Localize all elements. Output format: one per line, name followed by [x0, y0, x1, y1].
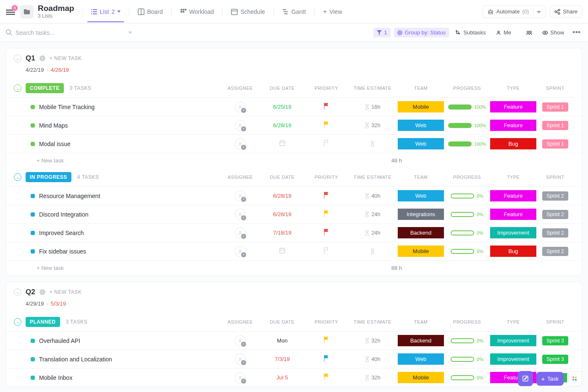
team-cell[interactable]: Mobile: [398, 372, 444, 383]
task-name[interactable]: Fix sidebar issues: [31, 248, 221, 255]
type-cell[interactable]: Bug: [490, 138, 536, 149]
priority-cell[interactable]: [305, 337, 347, 345]
estimate-cell[interactable]: 32h: [347, 337, 398, 344]
note-button[interactable]: [518, 371, 533, 386]
show-chip[interactable]: Show: [539, 28, 568, 37]
type-cell[interactable]: Feature: [490, 101, 536, 112]
collapse-icon[interactable]: ⌄: [14, 288, 21, 296]
task-row[interactable]: Overhauled API + Mon 32h Backend 0% Impr…: [6, 331, 582, 350]
task-name[interactable]: Improved Search: [31, 230, 221, 236]
more-icon[interactable]: •••: [571, 28, 582, 37]
new-task-link[interactable]: + NEW TASK: [50, 289, 82, 295]
info-icon[interactable]: i: [39, 289, 45, 295]
type-cell[interactable]: Improvement: [490, 335, 536, 346]
collapse-icon[interactable]: ⌄: [14, 318, 21, 326]
new-task-link[interactable]: + NEW TASK: [50, 55, 82, 61]
team-cell[interactable]: Backend: [398, 227, 444, 238]
groupby-chip[interactable]: Group by: Status: [394, 28, 449, 37]
task-row[interactable]: Resource Management + 6/28/19 40h Web 0%…: [6, 186, 582, 205]
estimate-cell[interactable]: 32h: [347, 122, 398, 128]
task-row[interactable]: Mind Maps + 6/28/19 32h Web 100% Feature…: [6, 116, 582, 134]
sprint-cell[interactable]: Sprint 2: [536, 228, 574, 238]
type-cell[interactable]: Feature: [490, 190, 536, 201]
task-row[interactable]: Mobile Inbox + Jul 5 32h Mobile 0% Featu…: [6, 368, 582, 387]
task-name[interactable]: Modal issue: [31, 141, 221, 147]
team-cell[interactable]: Web: [398, 190, 444, 201]
collapse-icon[interactable]: ⌄: [14, 173, 21, 181]
filter-chip[interactable]: 1: [373, 28, 391, 37]
sprint-cell[interactable]: Sprint 1: [536, 139, 574, 149]
list-title[interactable]: Q2: [26, 288, 35, 296]
estimate-cell[interactable]: 16h: [347, 104, 398, 110]
progress-cell[interactable]: 0%: [444, 338, 490, 343]
priority-cell[interactable]: [305, 355, 347, 363]
assignee-cell[interactable]: +: [221, 246, 259, 257]
estimate-cell[interactable]: [347, 248, 398, 254]
list-title[interactable]: Q1: [26, 54, 35, 63]
progress-cell[interactable]: 100%: [444, 123, 490, 128]
team-cell[interactable]: Mobile: [398, 246, 444, 257]
team-cell[interactable]: Web: [398, 353, 444, 365]
collapse-icon[interactable]: ⌄: [14, 55, 21, 62]
task-name[interactable]: Translation and Localization: [31, 356, 221, 363]
estimate-cell[interactable]: 24h: [347, 211, 398, 217]
due-date-cell[interactable]: [259, 247, 305, 255]
subtasks-chip[interactable]: Subtasks: [452, 28, 489, 37]
assignees-chip[interactable]: [523, 29, 536, 37]
progress-cell[interactable]: 0%: [444, 230, 490, 235]
share-button[interactable]: Share: [550, 5, 582, 18]
sprint-cell[interactable]: Sprint 2: [536, 210, 574, 219]
assignee-cell[interactable]: +: [221, 120, 259, 131]
progress-cell[interactable]: 100%: [444, 105, 490, 110]
priority-cell[interactable]: [305, 192, 347, 200]
task-row[interactable]: Translation and Localization + 7/3/19 40…: [6, 350, 582, 368]
due-date-cell[interactable]: 7/18/19: [259, 230, 305, 236]
task-row[interactable]: Mobile Time Tracking + 6/25/19 16h Mobil…: [6, 97, 582, 116]
sprint-cell[interactable]: Sprint 1: [536, 121, 574, 130]
task-name[interactable]: Resource Management: [31, 193, 221, 199]
priority-cell[interactable]: [305, 247, 347, 255]
tab-gantt[interactable]: Gantt: [276, 2, 312, 22]
assignee-cell[interactable]: +: [221, 354, 259, 365]
assignee-cell[interactable]: +: [221, 372, 259, 383]
task-row[interactable]: Modal issue + Web 100% Bug Sprint 1: [6, 134, 582, 153]
assignee-cell[interactable]: +: [221, 139, 259, 149]
estimate-cell[interactable]: 24h: [347, 230, 398, 236]
sprint-cell[interactable]: Sprint 3: [536, 336, 574, 345]
team-cell[interactable]: Integrations: [398, 209, 444, 220]
team-cell[interactable]: Web: [398, 120, 444, 131]
team-cell[interactable]: Mobile: [398, 101, 444, 112]
progress-cell[interactable]: 100%: [444, 141, 490, 146]
sprint-cell[interactable]: Sprint 2: [536, 191, 574, 201]
search-input[interactable]: [16, 29, 91, 36]
task-row[interactable]: Fix sidebar issues + Mobile 0% Bug Sprin…: [6, 242, 582, 260]
task-name[interactable]: Mobile Inbox: [31, 374, 221, 381]
due-date-cell[interactable]: Mon: [259, 337, 305, 344]
progress-cell[interactable]: 0%: [444, 249, 490, 254]
due-date-cell[interactable]: 6/25/19: [259, 104, 305, 110]
team-cell[interactable]: Web: [398, 138, 444, 149]
progress-cell[interactable]: 0%: [444, 212, 490, 217]
task-name[interactable]: Mobile Time Tracking: [31, 104, 221, 110]
automate-button[interactable]: Automate (0): [483, 5, 546, 18]
chevron-down-icon[interactable]: [128, 31, 132, 34]
sprint-cell[interactable]: Sprint 1: [536, 102, 574, 112]
priority-cell[interactable]: [305, 103, 347, 111]
assignee-cell[interactable]: +: [221, 209, 259, 220]
new-task-row[interactable]: + New task48 h: [6, 153, 582, 168]
due-date-cell[interactable]: [259, 140, 305, 148]
menu-icon[interactable]: 3: [6, 8, 15, 15]
task-name[interactable]: Mind Maps: [31, 122, 221, 129]
me-chip[interactable]: Me: [493, 28, 514, 37]
task-name[interactable]: Overhauled API: [31, 337, 221, 344]
type-cell[interactable]: Improvement: [490, 353, 536, 365]
progress-cell[interactable]: 0%: [444, 193, 490, 199]
status-pill[interactable]: COMPLETE: [26, 83, 64, 93]
task-row[interactable]: Discord Integration + 6/28/19 24h Integr…: [6, 205, 582, 223]
sprint-cell[interactable]: Sprint 3: [536, 355, 574, 364]
due-date-cell[interactable]: 6/28/19: [259, 211, 305, 217]
due-date-cell[interactable]: 6/28/19: [259, 122, 305, 128]
progress-cell[interactable]: 0%: [444, 357, 490, 362]
due-date-cell[interactable]: 7/3/19: [259, 356, 305, 362]
folder-icon[interactable]: [20, 5, 34, 18]
